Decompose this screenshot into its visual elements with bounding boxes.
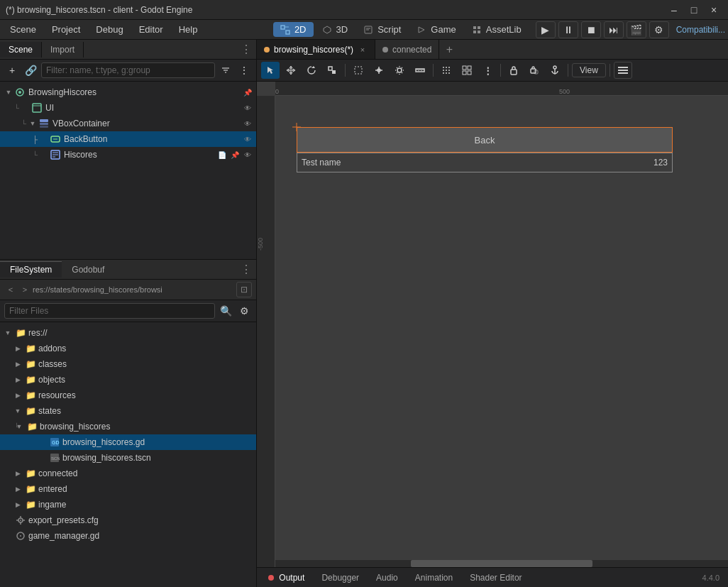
viewport-scrollbar[interactable]	[275, 560, 728, 567]
tab-browsing-hiscores[interactable]: browsing_hiscores(*) ×	[257, 40, 375, 59]
tree-item-browsing-hiscores[interactable]: BrowsingHiscores 📌	[0, 84, 256, 100]
tab-import[interactable]: Import	[42, 42, 84, 57]
fs-item-browsing-hiscores-gd[interactable]: GD browsing_hiscores.gd	[0, 434, 256, 450]
viewport-area[interactable]: 0 500 -500 − 82.6 % + Back	[257, 82, 728, 567]
tree-item-ui[interactable]: L └ UI 👁	[0, 100, 256, 116]
fs-arrow-objects[interactable]	[13, 375, 23, 385]
mode-game-button[interactable]: Game	[409, 22, 463, 37]
tab-debugger[interactable]: Debugger	[313, 571, 368, 585]
fs-arrow-addons[interactable]	[13, 344, 23, 353]
scrollbar-thumb[interactable]	[411, 560, 592, 567]
pin-icon[interactable]: 📌	[242, 87, 253, 98]
fs-arrow-classes[interactable]	[13, 359, 23, 369]
fs-item-ingame[interactable]: 📁 ingame	[0, 497, 256, 512]
rotate-tool-button[interactable]	[302, 62, 321, 79]
scene-filter-input[interactable]	[41, 62, 215, 78]
menu-project[interactable]: Project	[45, 23, 87, 36]
fs-item-resources[interactable]: 📁 resources	[0, 388, 256, 403]
settings-button[interactable]: ⚙	[649, 21, 669, 38]
select-region-button[interactable]	[349, 62, 368, 79]
fs-item-game-manager[interactable]: game_manager.gd	[0, 528, 256, 544]
tab-audio[interactable]: Audio	[368, 571, 407, 585]
tree-arrow-vbox[interactable]	[27, 118, 38, 129]
minimize-button[interactable]: –	[666, 4, 683, 16]
pan-tool-button[interactable]	[390, 62, 409, 79]
grid-snap-button[interactable]	[458, 62, 476, 79]
mode-3d-button[interactable]: 3D	[315, 22, 355, 37]
view-button[interactable]: View	[572, 63, 606, 77]
hiscores-row[interactable]: Test name 123	[297, 153, 673, 172]
play-button[interactable]: ▶	[536, 21, 556, 38]
fs-arrow-ingame[interactable]	[13, 500, 23, 510]
maximize-button[interactable]: □	[685, 4, 702, 16]
fs-arrow-states[interactable]	[13, 406, 23, 416]
fs-item-entered[interactable]: 📁 entered	[0, 481, 256, 497]
tab-close-browsing[interactable]: ×	[358, 45, 368, 55]
snap-options-button[interactable]	[437, 62, 456, 79]
tree-item-backbutton[interactable]: ├ BackButton 👁	[0, 131, 256, 147]
tab-godobuf[interactable]: Godobuf	[62, 262, 114, 278]
cursor-tool-button[interactable]	[261, 62, 280, 79]
scale-tool-button[interactable]	[323, 62, 341, 79]
script-icon-hiscores[interactable]: 📄	[216, 149, 228, 160]
fs-filter-options-button[interactable]: ⚙	[236, 303, 252, 319]
move-tool-button[interactable]	[282, 62, 300, 79]
tab-scene[interactable]: Scene	[0, 42, 42, 57]
fs-tab-menu-button[interactable]: ⋮	[236, 263, 256, 276]
scene-more-options-button[interactable]: ⋮	[236, 62, 252, 78]
movie-button[interactable]: 🎬	[627, 21, 646, 38]
fs-item-classes[interactable]: 📁 classes	[0, 356, 256, 372]
ruler-tool-button[interactable]	[411, 62, 429, 79]
link-node-button[interactable]: 🔗	[23, 62, 38, 78]
tree-item-hiscores[interactable]: └ Hiscores 📄 📌 👁	[0, 147, 256, 163]
tree-arrow-browsing-hiscores[interactable]	[3, 87, 14, 98]
close-button[interactable]: ×	[705, 4, 722, 16]
fs-filter-search-button[interactable]: 🔍	[218, 303, 233, 319]
back-button-widget[interactable]: Back	[297, 127, 673, 153]
breadcrumb-expand-button[interactable]: ⊡	[236, 282, 252, 297]
lock-button[interactable]	[504, 62, 523, 79]
menu-debug[interactable]: Debug	[89, 23, 130, 36]
fs-arrow-entered[interactable]	[13, 484, 23, 494]
visibility-icon-backbutton[interactable]: 👁	[242, 133, 253, 145]
pivot-button[interactable]	[370, 62, 388, 79]
fs-item-connected[interactable]: 📁 connected	[0, 466, 256, 481]
tree-item-vboxcontainer[interactable]: └ VBoxContainer 👁	[0, 116, 256, 131]
more-options-button[interactable]: ⋮	[478, 62, 497, 79]
fs-item-addons[interactable]: 📁 addons	[0, 341, 256, 356]
tab-shader-editor[interactable]: Shader Editor	[461, 571, 530, 585]
add-tab-button[interactable]: +	[439, 40, 459, 60]
fs-item-browsing-hiscores-tscn[interactable]: SCN browsing_hiscores.tscn	[0, 450, 256, 466]
fs-arrow-resources[interactable]	[13, 390, 23, 400]
scene-tab-menu-button[interactable]: ⋮	[236, 43, 256, 56]
fs-item-res[interactable]: 📁 res://	[0, 325, 256, 341]
visibility-icon-ui[interactable]: 👁	[242, 102, 253, 114]
breadcrumb-forward-button[interactable]: >	[18, 283, 31, 296]
menu-help[interactable]: Help	[172, 23, 205, 36]
scene-filter-options-button[interactable]	[218, 62, 233, 78]
tab-output[interactable]: Output	[260, 571, 313, 585]
pause-button[interactable]: ⏸	[558, 21, 578, 38]
step-button[interactable]: ⏭	[604, 21, 624, 38]
lock-group-button[interactable]	[525, 62, 544, 79]
tab-animation[interactable]: Animation	[407, 571, 461, 585]
mode-assetlib-button[interactable]: AssetLib	[465, 22, 529, 37]
pin-icon-hiscores[interactable]: 📌	[229, 149, 241, 160]
mode-script-button[interactable]: Script	[356, 22, 408, 37]
fs-item-browsing-hiscores-dir[interactable]: └ 📁 browsing_hiscores	[0, 419, 256, 434]
fs-item-export-presets[interactable]: export_presets.cfg	[0, 512, 256, 528]
viewport-options-button[interactable]	[614, 62, 632, 79]
mode-2d-button[interactable]: 2D	[273, 22, 314, 37]
fs-arrow-connected[interactable]	[13, 468, 23, 478]
stop-button[interactable]: ⏹	[581, 21, 601, 38]
fs-item-objects[interactable]: 📁 objects	[0, 372, 256, 388]
fs-arrow-res[interactable]	[3, 328, 13, 338]
tab-filesystem[interactable]: FileSystem	[0, 261, 62, 278]
breadcrumb-back-button[interactable]: <	[4, 283, 17, 296]
menu-editor[interactable]: Editor	[132, 23, 170, 36]
fs-arrow-browsing-hiscores-dir[interactable]	[14, 422, 24, 432]
fs-item-states[interactable]: 📁 states	[0, 403, 256, 419]
fs-filter-input[interactable]	[4, 303, 215, 319]
visibility-icon-hiscores[interactable]: 👁	[242, 149, 253, 160]
visibility-icon-vbox[interactable]: 👁	[242, 118, 253, 129]
